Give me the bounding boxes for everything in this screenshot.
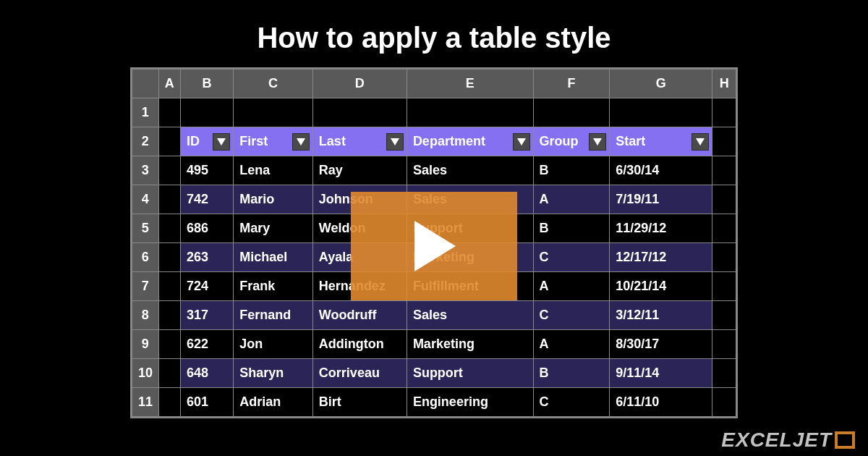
cell[interactable] xyxy=(158,127,180,156)
cell-department[interactable]: Sales xyxy=(407,156,533,185)
cell[interactable] xyxy=(158,214,180,243)
cell[interactable] xyxy=(158,156,180,185)
column-header[interactable]: H xyxy=(712,69,736,98)
cell-first[interactable]: Frank xyxy=(234,272,313,301)
cell[interactable] xyxy=(158,301,180,330)
column-header[interactable]: D xyxy=(312,69,407,98)
cell-first[interactable]: Fernand xyxy=(234,301,313,330)
cell[interactable] xyxy=(712,359,736,388)
cell-group[interactable]: A xyxy=(533,185,610,214)
cell[interactable] xyxy=(158,388,180,417)
cell-start[interactable]: 12/17/12 xyxy=(610,243,712,272)
cell[interactable] xyxy=(712,156,736,185)
cell-group[interactable]: C xyxy=(533,243,610,272)
cell-department[interactable]: Marketing xyxy=(407,330,533,359)
cell-start[interactable]: 9/11/14 xyxy=(610,359,712,388)
cell-start[interactable]: 3/12/11 xyxy=(610,301,712,330)
cell[interactable] xyxy=(234,98,313,127)
row-header[interactable]: 1 xyxy=(132,98,159,127)
cell[interactable] xyxy=(712,127,736,156)
cell-first[interactable]: Mario xyxy=(234,185,313,214)
cell-first[interactable]: Adrian xyxy=(234,388,313,417)
cell-start[interactable]: 7/19/11 xyxy=(610,185,712,214)
cell-start[interactable]: 8/30/17 xyxy=(610,330,712,359)
row-header[interactable]: 11 xyxy=(132,388,159,417)
column-header[interactable]: F xyxy=(533,69,610,98)
column-header[interactable]: E xyxy=(407,69,533,98)
row-header[interactable]: 6 xyxy=(132,243,159,272)
row-header[interactable]: 7 xyxy=(132,272,159,301)
cell-department[interactable]: Sales xyxy=(407,301,533,330)
cell-last[interactable]: Ray xyxy=(312,156,407,185)
row-header[interactable]: 10 xyxy=(132,359,159,388)
cell[interactable] xyxy=(712,272,736,301)
row-header[interactable]: 2 xyxy=(132,127,159,156)
cell[interactable] xyxy=(407,98,533,127)
cell-id[interactable]: 601 xyxy=(181,388,234,417)
select-all-corner[interactable] xyxy=(132,69,159,98)
cell-first[interactable]: Mary xyxy=(234,214,313,243)
table-header-start[interactable]: Start xyxy=(610,127,712,156)
column-header[interactable]: G xyxy=(610,69,712,98)
cell-id[interactable]: 648 xyxy=(181,359,234,388)
cell[interactable] xyxy=(158,185,180,214)
table-header-first[interactable]: First xyxy=(234,127,313,156)
table-header-department[interactable]: Department xyxy=(407,127,533,156)
filter-dropdown-icon[interactable] xyxy=(692,133,709,151)
cell-id[interactable]: 724 xyxy=(181,272,234,301)
row-header[interactable]: 4 xyxy=(132,185,159,214)
cell[interactable] xyxy=(181,98,234,127)
cell-group[interactable]: C xyxy=(533,388,610,417)
cell-start[interactable]: 6/30/14 xyxy=(610,156,712,185)
cell[interactable] xyxy=(610,98,712,127)
column-header[interactable]: C xyxy=(234,69,313,98)
cell[interactable] xyxy=(712,301,736,330)
table-header-group[interactable]: Group xyxy=(533,127,610,156)
cell-department[interactable]: Support xyxy=(407,359,533,388)
cell-group[interactable]: A xyxy=(533,272,610,301)
cell-id[interactable]: 742 xyxy=(181,185,234,214)
cell-group[interactable]: C xyxy=(533,301,610,330)
filter-dropdown-icon[interactable] xyxy=(386,133,404,151)
row-header[interactable]: 8 xyxy=(132,301,159,330)
play-button[interactable] xyxy=(351,192,517,300)
cell-id[interactable]: 263 xyxy=(181,243,234,272)
cell-first[interactable]: Michael xyxy=(234,243,313,272)
cell-group[interactable]: A xyxy=(533,330,610,359)
cell-group[interactable]: B xyxy=(533,359,610,388)
column-header[interactable]: A xyxy=(158,69,180,98)
table-header-id[interactable]: ID xyxy=(181,127,234,156)
cell[interactable] xyxy=(312,98,407,127)
cell-first[interactable]: Sharyn xyxy=(234,359,313,388)
cell-id[interactable]: 495 xyxy=(181,156,234,185)
cell[interactable] xyxy=(158,330,180,359)
cell-last[interactable]: Corriveau xyxy=(312,359,407,388)
cell-group[interactable]: B xyxy=(533,214,610,243)
filter-dropdown-icon[interactable] xyxy=(213,133,230,151)
cell-last[interactable]: Birt xyxy=(312,388,407,417)
row-header[interactable]: 5 xyxy=(132,214,159,243)
filter-dropdown-icon[interactable] xyxy=(589,133,606,151)
cell-id[interactable]: 622 xyxy=(181,330,234,359)
filter-dropdown-icon[interactable] xyxy=(292,133,310,151)
row-header[interactable]: 9 xyxy=(132,330,159,359)
cell[interactable] xyxy=(712,388,736,417)
cell-first[interactable]: Jon xyxy=(234,330,313,359)
cell-last[interactable]: Woodruff xyxy=(312,301,407,330)
cell-start[interactable]: 11/29/12 xyxy=(610,214,712,243)
filter-dropdown-icon[interactable] xyxy=(513,133,530,151)
cell-id[interactable]: 686 xyxy=(181,214,234,243)
cell-id[interactable]: 317 xyxy=(181,301,234,330)
cell[interactable] xyxy=(712,243,736,272)
row-header[interactable]: 3 xyxy=(132,156,159,185)
cell[interactable] xyxy=(712,330,736,359)
cell-first[interactable]: Lena xyxy=(234,156,313,185)
cell[interactable] xyxy=(712,185,736,214)
cell-start[interactable]: 10/21/14 xyxy=(610,272,712,301)
cell[interactable] xyxy=(158,98,180,127)
cell[interactable] xyxy=(712,98,736,127)
cell[interactable] xyxy=(158,359,180,388)
cell-start[interactable]: 6/11/10 xyxy=(610,388,712,417)
column-header[interactable]: B xyxy=(181,69,234,98)
cell[interactable] xyxy=(158,272,180,301)
